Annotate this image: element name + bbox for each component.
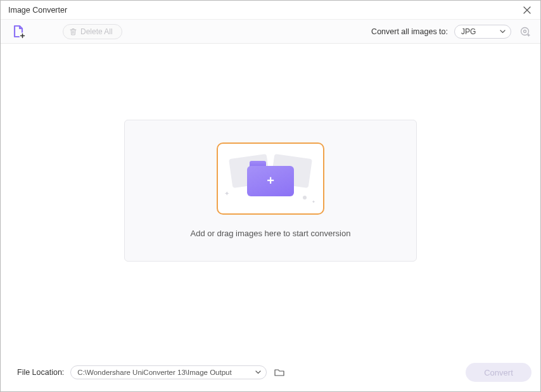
sparkle-icon: ✦ xyxy=(312,199,315,205)
main-area: ✦ ✦ + Add or drag images here to start c… xyxy=(1,44,540,357)
gear-icon xyxy=(519,26,530,37)
trash-icon xyxy=(70,28,77,35)
svg-point-1 xyxy=(521,28,528,35)
file-location-path: C:\Wondershare UniConverter 13\Image Out… xyxy=(77,369,231,376)
footer: File Location: C:\Wondershare UniConvert… xyxy=(1,357,540,388)
delete-all-button[interactable]: Delete All xyxy=(63,24,122,39)
add-file-button[interactable] xyxy=(11,24,26,39)
svg-point-2 xyxy=(523,30,526,33)
chevron-down-icon xyxy=(500,30,506,34)
convert-button[interactable]: Convert xyxy=(466,363,531,382)
dropzone[interactable]: ✦ ✦ + Add or drag images here to start c… xyxy=(124,120,417,262)
convert-format-label: Convert all images to: xyxy=(371,27,448,36)
close-button[interactable] xyxy=(520,3,534,17)
toolbar: Delete All Convert all images to: JPG xyxy=(1,20,540,44)
file-location-select[interactable]: C:\Wondershare UniConverter 13\Image Out… xyxy=(70,365,267,379)
file-location-label: File Location: xyxy=(17,368,64,377)
format-select[interactable]: JPG xyxy=(454,25,511,39)
close-icon xyxy=(523,6,531,14)
dot-icon xyxy=(303,196,307,199)
sparkle-icon: ✦ xyxy=(224,190,229,197)
delete-all-label: Delete All xyxy=(80,27,113,36)
folder-icon xyxy=(274,369,284,377)
chevron-down-icon xyxy=(255,370,261,374)
add-images-button[interactable]: ✦ ✦ + xyxy=(217,142,324,215)
folder-plus-icon: + xyxy=(247,161,294,196)
format-selected-value: JPG xyxy=(461,27,476,36)
add-file-icon xyxy=(11,24,26,39)
settings-button[interactable] xyxy=(518,25,531,39)
open-folder-button[interactable] xyxy=(273,366,286,379)
dropzone-hint: Add or drag images here to start convers… xyxy=(191,229,351,238)
convert-button-label: Convert xyxy=(484,368,513,377)
window-title: Image Converter xyxy=(8,6,67,15)
app-window: Image Converter Delete All Convert all i… xyxy=(0,0,541,392)
titlebar: Image Converter xyxy=(1,1,540,20)
